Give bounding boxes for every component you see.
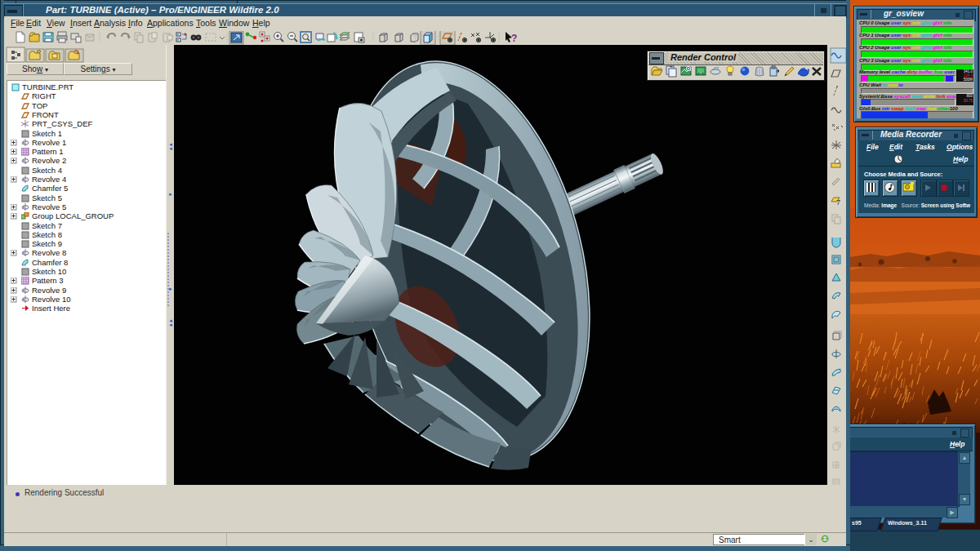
svg-text:7: 7 — [836, 198, 840, 207]
svg-text:?: ? — [511, 33, 517, 44]
